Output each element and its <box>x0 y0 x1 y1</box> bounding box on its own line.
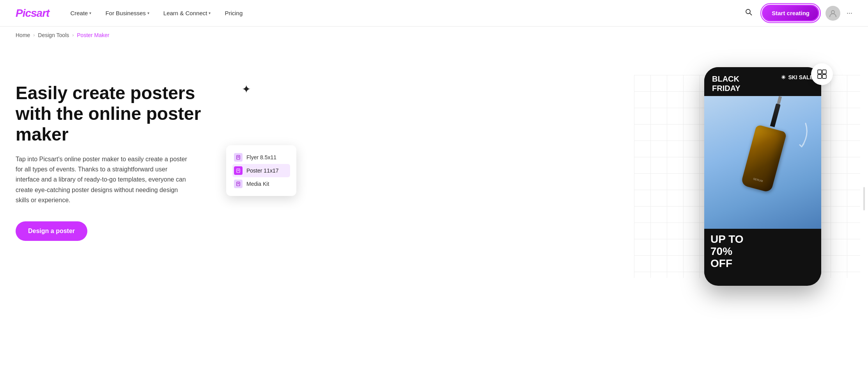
phone-bottom-bar: UP TO70%OFF <box>704 229 821 274</box>
chevron-down-icon: ▾ <box>147 11 149 15</box>
phone-title-left: BLACKFRIDAY <box>712 74 740 93</box>
breadcrumb-design-tools[interactable]: Design Tools <box>38 32 69 38</box>
grid-layout-icon <box>817 69 827 80</box>
dropdown-card: Flyer 8.5x11 Poster 11x17 Media Kit <box>226 145 296 196</box>
document-icon <box>236 155 241 160</box>
svg-rect-4 <box>822 70 826 74</box>
start-creating-button[interactable]: Start creating <box>762 5 819 21</box>
phone-ski-sale: SKI SALE <box>788 74 813 80</box>
hero-right: ✦ BLACKFRIDAY ✳ SKI SALE <box>211 67 852 262</box>
breadcrumb-separator: › <box>33 32 35 38</box>
user-avatar-button[interactable] <box>825 6 840 21</box>
bottle-body: SERUM <box>740 125 787 193</box>
nav-label-for-businesses: For Businesses <box>105 10 145 16</box>
design-poster-button[interactable]: Design a poster <box>16 221 87 241</box>
flyer-icon <box>234 153 243 162</box>
chevron-down-icon: ▾ <box>89 11 91 15</box>
svg-rect-6 <box>822 75 826 78</box>
breadcrumb-separator: › <box>72 32 74 38</box>
dropdown-item-flyer[interactable]: Flyer 8.5x11 <box>232 151 290 164</box>
document-icon <box>236 168 241 173</box>
nav-item-pricing[interactable]: Pricing <box>219 7 248 20</box>
bottle-cap <box>770 103 781 127</box>
dropdown-label-poster: Poster 11x17 <box>246 167 279 174</box>
scrollbar[interactable] <box>863 187 865 210</box>
nav-label-pricing: Pricing <box>225 10 243 16</box>
phone-bottom-text: UP TO70%OFF <box>710 233 815 269</box>
hero-section: Easily create posters with the online po… <box>0 44 868 371</box>
phone-image-area: SERUM <box>704 96 821 229</box>
hero-description: Tap into Picsart's online poster maker t… <box>16 154 187 206</box>
svg-point-2 <box>831 11 834 14</box>
nav-item-for-businesses[interactable]: For Businesses ▾ <box>100 7 154 20</box>
phone-top-bar: BLACKFRIDAY ✳ SKI SALE <box>704 67 821 96</box>
dropdown-item-media-kit[interactable]: Media Kit <box>232 177 290 191</box>
poster-icon <box>234 166 243 175</box>
star-burst-icon: ✳ <box>781 74 786 80</box>
dropdown-label-flyer: Flyer 8.5x11 <box>246 154 276 160</box>
svg-line-1 <box>750 13 752 15</box>
nav-links: Create ▾ For Businesses ▾ Learn & Connec… <box>65 7 742 20</box>
search-icon <box>745 8 753 16</box>
nav-label-learn-connect: Learn & Connect <box>163 10 207 16</box>
nav-label-create: Create <box>70 10 88 16</box>
hero-title: Easily create posters with the online po… <box>16 83 211 145</box>
logo[interactable]: Picsart <box>16 7 49 20</box>
arrow-decoration <box>790 119 813 151</box>
breadcrumb-home[interactable]: Home <box>16 32 30 38</box>
more-options-button[interactable]: ··· <box>847 9 852 17</box>
dropdown-item-poster[interactable]: Poster 11x17 <box>232 164 290 177</box>
layout-icon <box>811 63 833 85</box>
chevron-down-icon: ▾ <box>209 11 211 15</box>
svg-rect-3 <box>818 70 822 74</box>
bottle-illustration: SERUM <box>734 119 792 205</box>
phone-title-right: ✳ SKI SALE <box>781 74 813 80</box>
breadcrumb-poster-maker[interactable]: Poster Maker <box>77 32 109 38</box>
nav-right: Start creating ··· <box>742 5 852 21</box>
user-icon <box>829 9 837 18</box>
bottle-dropper <box>777 96 782 104</box>
dropdown-label-media-kit: Media Kit <box>246 181 269 187</box>
sparkle-icon: ✦ <box>242 83 251 96</box>
bottle-label: SERUM <box>753 177 763 182</box>
phone-mockup: BLACKFRIDAY ✳ SKI SALE SERUM <box>704 67 821 286</box>
svg-rect-5 <box>818 75 822 78</box>
document-icon <box>236 182 241 186</box>
navbar: Picsart Create ▾ For Businesses ▾ Learn … <box>0 0 868 27</box>
search-button[interactable] <box>742 5 756 21</box>
nav-item-create[interactable]: Create ▾ <box>65 7 97 20</box>
hero-left: Easily create posters with the online po… <box>16 67 211 241</box>
nav-item-learn-connect[interactable]: Learn & Connect ▾ <box>158 7 216 20</box>
breadcrumb: Home › Design Tools › Poster Maker <box>0 27 868 44</box>
media-kit-icon <box>234 180 243 188</box>
